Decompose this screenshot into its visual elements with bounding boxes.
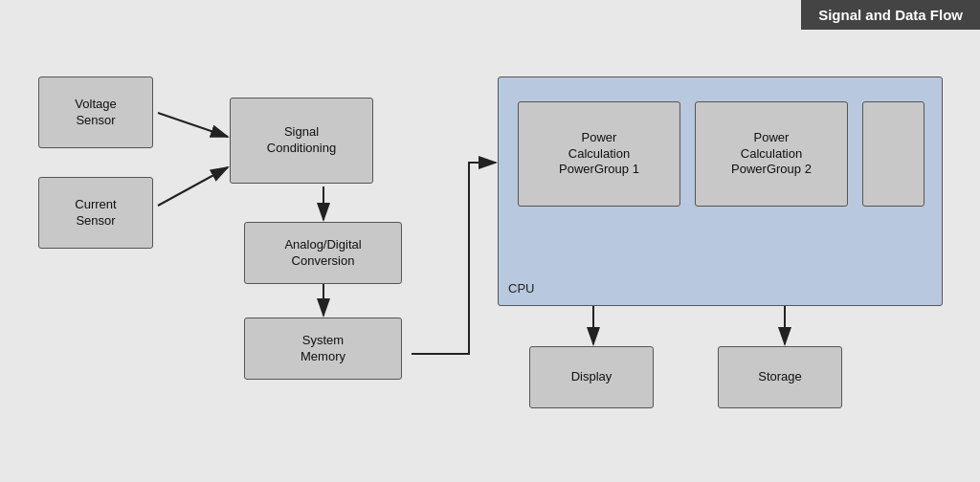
signal-conditioning-label: SignalConditioning xyxy=(267,124,336,157)
power-calc-1-label: PowerCalculationPowerGroup 1 xyxy=(559,130,639,179)
current-sensor-label: CurrentSensor xyxy=(75,197,116,230)
cpu-container: CPU PowerCalculationPowerGroup 1 PowerCa… xyxy=(498,77,943,306)
system-memory-label: SystemMemory xyxy=(301,333,345,365)
storage-label: Storage xyxy=(758,369,802,385)
svg-line-2 xyxy=(158,167,228,206)
power-calc-1-box: PowerCalculationPowerGroup 1 xyxy=(518,101,680,207)
cpu-label: CPU xyxy=(508,281,534,296)
current-sensor-box: CurrentSensor xyxy=(38,177,153,249)
power-calc-2-label: PowerCalculationPowerGroup 2 xyxy=(731,130,812,179)
system-memory-box: SystemMemory xyxy=(244,318,402,380)
display-label: Display xyxy=(571,369,612,385)
cpu-label-text: CPU xyxy=(508,281,534,296)
main-container: Signal and Data Flow VoltageSensor Curre… xyxy=(0,0,980,482)
title-bar: Signal and Data Flow xyxy=(801,0,980,30)
power-calc-2-box: PowerCalculationPowerGroup 2 xyxy=(695,101,848,207)
voltage-sensor-label: VoltageSensor xyxy=(75,97,116,129)
storage-box: Storage xyxy=(718,346,842,408)
display-box: Display xyxy=(529,346,654,408)
title-text: Signal and Data Flow xyxy=(818,7,963,23)
svg-line-1 xyxy=(158,113,228,137)
power-calc-3-box xyxy=(862,101,924,207)
voltage-sensor-box: VoltageSensor xyxy=(38,77,153,148)
signal-conditioning-box: SignalConditioning xyxy=(230,98,373,184)
adc-label: Analog/DigitalConversion xyxy=(284,237,361,270)
adc-box: Analog/DigitalConversion xyxy=(244,222,402,284)
